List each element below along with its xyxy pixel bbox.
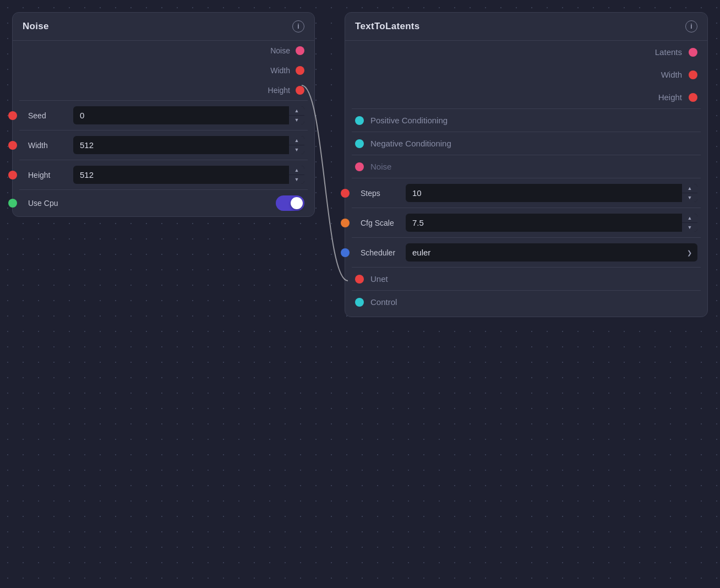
noise-usecpu-row: Use Cpu	[13, 190, 314, 216]
noise-output-height: Height	[13, 80, 314, 100]
ttl-output-height: Height	[345, 86, 707, 108]
ttl-scheduler-row: Scheduler euler ddim dpm pndm ❯	[345, 238, 707, 267]
ttl-cfgscale-connector[interactable]	[341, 219, 350, 227]
ttl-input-positive: Positive Conditioning	[345, 109, 707, 132]
noise-width-row: Width ▲ ▼	[13, 130, 314, 160]
canvas: Noise i Noise Width Height Seed ▲	[0, 0, 720, 588]
noise-width-input[interactable]	[73, 136, 304, 154]
ttl-output-height-label: Height	[658, 92, 682, 102]
ttl-info-icon[interactable]: i	[685, 20, 697, 32]
noise-height-label: Height	[28, 171, 67, 179]
ttl-port-positive-conditioning[interactable]	[355, 116, 364, 125]
ttl-input-negative: Negative Conditioning	[345, 132, 707, 155]
ttl-steps-connector[interactable]	[341, 189, 350, 198]
ttl-node-title: TextToLatents	[355, 21, 420, 32]
noise-width-down[interactable]: ▼	[289, 145, 304, 154]
noise-output-noise-label: Noise	[270, 46, 290, 55]
ttl-cfgscale-spinners: ▲ ▼	[682, 214, 697, 232]
ttl-port-negative-conditioning[interactable]	[355, 139, 364, 148]
noise-node: Noise i Noise Width Height Seed ▲	[12, 12, 315, 217]
noise-seed-input-wrap: ▲ ▼	[73, 106, 304, 124]
ttl-steps-input-wrap: ▲ ▼	[406, 184, 697, 202]
ttl-input-control: Control	[345, 291, 707, 317]
noise-width-label: Width	[28, 141, 67, 150]
noise-height-down[interactable]: ▼	[289, 175, 304, 184]
ttl-steps-input[interactable]	[406, 184, 697, 202]
noise-output-width-label: Width	[270, 66, 290, 75]
noise-height-spinners: ▲ ▼	[289, 166, 304, 184]
toggle-knob	[291, 197, 303, 209]
ttl-steps-label: Steps	[361, 189, 399, 198]
ttl-steps-down[interactable]: ▼	[682, 193, 697, 202]
noise-port-noise[interactable]	[296, 46, 304, 55]
noise-seed-up[interactable]: ▲	[289, 106, 304, 116]
noise-width-up[interactable]: ▲	[289, 136, 304, 145]
noise-output-height-label: Height	[268, 86, 290, 95]
ttl-port-control[interactable]	[355, 298, 364, 307]
ttl-output-latents: Latents	[345, 41, 707, 63]
ttl-node: TextToLatents i Latents Width Height Pos…	[345, 12, 708, 317]
noise-height-input-wrap: ▲ ▼	[73, 166, 304, 184]
ttl-port-latents[interactable]	[689, 48, 697, 57]
ttl-scheduler-connector[interactable]	[341, 248, 350, 257]
noise-info-icon[interactable]: i	[292, 20, 304, 32]
ttl-cfgscale-row: Cfg Scale ▲ ▼	[345, 208, 707, 237]
ttl-port-height[interactable]	[689, 93, 697, 102]
noise-usecpu-toggle[interactable]	[276, 195, 304, 211]
ttl-output-latents-label: Latents	[655, 47, 682, 57]
ttl-negative-conditioning-label: Negative Conditioning	[370, 139, 451, 148]
ttl-scheduler-select-wrap: euler ddim dpm pndm ❯	[406, 243, 697, 262]
ttl-port-unet[interactable]	[355, 275, 364, 284]
noise-height-input[interactable]	[73, 166, 304, 184]
ttl-cfgscale-label: Cfg Scale	[361, 219, 399, 227]
noise-usecpu-connector[interactable]	[8, 199, 17, 208]
noise-output-noise: Noise	[13, 41, 314, 61]
noise-width-spinners: ▲ ▼	[289, 136, 304, 154]
noise-seed-spinners: ▲ ▼	[289, 106, 304, 124]
noise-seed-label: Seed	[28, 111, 67, 120]
noise-seed-connector[interactable]	[8, 111, 17, 120]
noise-width-input-wrap: ▲ ▼	[73, 136, 304, 154]
noise-port-width[interactable]	[296, 66, 304, 75]
ttl-steps-spinners: ▲ ▼	[682, 184, 697, 202]
ttl-node-header: TextToLatents i	[345, 13, 707, 41]
noise-seed-down[interactable]: ▼	[289, 116, 304, 124]
noise-height-row: Height ▲ ▼	[13, 160, 314, 189]
ttl-steps-up[interactable]: ▲	[682, 184, 697, 193]
noise-seed-row: Seed ▲ ▼	[13, 101, 314, 130]
ttl-cfgscale-input-wrap: ▲ ▼	[406, 214, 697, 232]
noise-usecpu-label: Use Cpu	[28, 199, 67, 208]
noise-port-height[interactable]	[296, 86, 304, 95]
ttl-scheduler-label: Scheduler	[361, 248, 399, 257]
ttl-steps-row: Steps ▲ ▼	[345, 178, 707, 208]
noise-height-up[interactable]: ▲	[289, 166, 304, 175]
ttl-output-width: Width	[345, 63, 707, 86]
ttl-unet-label: Unet	[370, 274, 388, 284]
ttl-control-label: Control	[370, 297, 397, 307]
ttl-input-unet: Unet	[345, 268, 707, 290]
ttl-scheduler-select[interactable]: euler ddim dpm pndm	[406, 243, 697, 262]
ttl-output-width-label: Width	[661, 70, 682, 79]
ttl-cfgscale-up[interactable]: ▲	[682, 214, 697, 223]
ttl-port-width[interactable]	[689, 70, 697, 79]
noise-width-connector[interactable]	[8, 141, 17, 150]
noise-node-title: Noise	[23, 21, 49, 32]
noise-seed-input[interactable]	[73, 106, 304, 124]
noise-node-header: Noise i	[13, 13, 314, 41]
ttl-input-noise: Noise	[345, 155, 707, 178]
ttl-port-noise[interactable]	[355, 162, 364, 171]
ttl-cfgscale-down[interactable]: ▼	[682, 223, 697, 232]
noise-height-connector[interactable]	[8, 171, 17, 179]
ttl-positive-conditioning-label: Positive Conditioning	[370, 116, 448, 125]
ttl-cfgscale-input[interactable]	[406, 214, 697, 232]
ttl-noise-label: Noise	[370, 162, 391, 171]
noise-output-width: Width	[13, 61, 314, 80]
